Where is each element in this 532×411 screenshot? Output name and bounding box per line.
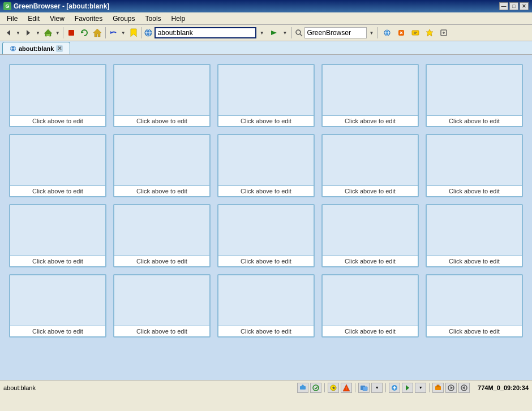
menu-file[interactable]: File bbox=[2, 14, 22, 24]
menu-favorites[interactable]: Favorites bbox=[70, 14, 107, 24]
svg-marker-45 bbox=[406, 385, 409, 391]
thumbnail-item[interactable]: Click above to edit bbox=[426, 204, 523, 267]
status-dropdown-5[interactable]: ▼ bbox=[371, 383, 383, 393]
status-bar: about:blank ★ ! ▼ ▼ bbox=[0, 380, 532, 395]
search-input[interactable] bbox=[304, 27, 367, 38]
address-dropdown[interactable]: ▼ bbox=[258, 26, 266, 40]
undo-dropdown[interactable]: ▼ bbox=[120, 26, 127, 40]
status-icon-6[interactable] bbox=[389, 383, 400, 393]
status-icon-5[interactable] bbox=[358, 383, 370, 393]
thumbnail-item[interactable]: Click above to edit bbox=[113, 134, 211, 197]
thumbnail-item[interactable]: Click above to edit bbox=[9, 204, 106, 267]
tool-btn-5[interactable] bbox=[437, 26, 450, 40]
home-button[interactable] bbox=[42, 26, 54, 40]
thumbnail-item[interactable]: Click above to edit bbox=[426, 274, 523, 338]
menu-help[interactable]: Help bbox=[167, 14, 190, 24]
close-button[interactable]: ✕ bbox=[520, 2, 529, 10]
thumbnail-label: Click above to edit bbox=[323, 326, 418, 336]
svg-marker-1 bbox=[27, 30, 30, 36]
thumbnail-item[interactable]: Click above to edit bbox=[321, 64, 419, 127]
go-dropdown[interactable]: ▼ bbox=[282, 26, 289, 40]
thumbnail-preview bbox=[10, 65, 105, 116]
thumbnail-label: Click above to edit bbox=[427, 186, 522, 196]
thumbnail-item[interactable]: Click above to edit bbox=[9, 274, 106, 338]
undo-button[interactable] bbox=[108, 26, 120, 40]
title-bar: G GreenBrowser - [about:blank] — □ ✕ bbox=[0, 0, 532, 12]
refresh-button[interactable] bbox=[78, 26, 91, 40]
status-icon-10[interactable] bbox=[458, 383, 470, 393]
forward-button-group: ▼ bbox=[22, 26, 41, 40]
svg-point-33 bbox=[313, 385, 319, 391]
thumbnail-item[interactable]: Click above to edit bbox=[217, 134, 315, 197]
tab-label: about:blank bbox=[19, 45, 54, 52]
thumbnail-item[interactable]: Click above to edit bbox=[321, 134, 419, 197]
thumbnail-item[interactable]: Click above to edit bbox=[113, 274, 211, 338]
search-dropdown[interactable]: ▼ bbox=[368, 26, 375, 40]
address-input[interactable] bbox=[155, 27, 256, 38]
thumbnail-label: Click above to edit bbox=[114, 116, 209, 126]
thumbnail-item[interactable]: Click above to edit bbox=[113, 64, 211, 127]
thumbnail-label: Click above to edit bbox=[427, 326, 522, 336]
thumbnail-preview bbox=[218, 275, 314, 326]
tab-close-button[interactable]: ✕ bbox=[56, 45, 63, 52]
thumbnail-item[interactable]: Click above to edit bbox=[217, 204, 315, 267]
stop-button[interactable] bbox=[65, 26, 78, 40]
tool-btn-2[interactable] bbox=[395, 26, 407, 40]
back-button-group: ▼ bbox=[2, 26, 22, 40]
thumbnail-grid: Click above to editClick above to editCl… bbox=[9, 64, 523, 338]
tool-btn-4[interactable] bbox=[423, 26, 436, 40]
back-button[interactable] bbox=[2, 26, 15, 40]
thumbnail-item[interactable]: Click above to edit bbox=[217, 64, 315, 127]
thumbnail-item[interactable]: Click above to edit bbox=[426, 134, 523, 197]
thumbnail-item[interactable]: Click above to edit bbox=[217, 274, 315, 338]
svg-marker-8 bbox=[131, 29, 136, 37]
thumbnail-label: Click above to edit bbox=[114, 326, 209, 336]
home-dropdown[interactable]: ▼ bbox=[54, 26, 61, 40]
thumbnail-preview bbox=[114, 205, 209, 256]
bookmark-add-button[interactable] bbox=[127, 26, 140, 40]
restore-button[interactable]: □ bbox=[509, 2, 518, 10]
status-icon-4[interactable]: ! bbox=[341, 383, 352, 393]
homepage-button[interactable] bbox=[91, 26, 104, 40]
thumbnail-preview bbox=[10, 275, 105, 326]
status-icon-7[interactable] bbox=[402, 383, 413, 393]
thumbnail-preview bbox=[114, 135, 209, 186]
menu-view[interactable]: View bbox=[45, 14, 69, 24]
status-icons: ★ ! ▼ ▼ bbox=[297, 383, 470, 393]
thumbnail-item[interactable]: Click above to edit bbox=[9, 64, 106, 127]
menu-edit[interactable]: Edit bbox=[23, 14, 44, 24]
status-dropdown-7[interactable]: ▼ bbox=[415, 383, 426, 393]
content-area: Click above to editClick above to editCl… bbox=[0, 55, 532, 380]
thumbnail-item[interactable]: Click above to edit bbox=[321, 274, 419, 338]
menu-groups[interactable]: Groups bbox=[108, 14, 139, 24]
status-icon-1[interactable] bbox=[297, 383, 308, 393]
go-button[interactable] bbox=[268, 26, 280, 40]
status-icon-3[interactable]: ★ bbox=[328, 383, 339, 393]
thumbnail-item[interactable]: Click above to edit bbox=[9, 134, 106, 197]
svg-rect-47 bbox=[437, 385, 439, 387]
status-icon-9[interactable] bbox=[445, 383, 457, 393]
tool-btn-1[interactable] bbox=[381, 26, 393, 40]
minimize-button[interactable]: — bbox=[499, 2, 508, 10]
thumbnail-item[interactable]: Click above to edit bbox=[426, 64, 523, 127]
thumbnail-label: Click above to edit bbox=[427, 116, 522, 126]
thumbnail-item[interactable]: Click above to edit bbox=[321, 204, 419, 267]
status-icon-2[interactable] bbox=[310, 383, 321, 393]
thumbnail-label: Click above to edit bbox=[323, 116, 418, 126]
sep5 bbox=[377, 27, 378, 38]
svg-line-14 bbox=[300, 34, 302, 36]
back-dropdown[interactable]: ▼ bbox=[15, 26, 22, 40]
forward-dropdown[interactable]: ▼ bbox=[35, 26, 41, 40]
svg-marker-49 bbox=[451, 386, 453, 390]
thumbnail-preview bbox=[10, 135, 105, 186]
tab-page-icon bbox=[10, 45, 16, 52]
status-icon-8[interactable] bbox=[432, 383, 444, 393]
menu-tools[interactable]: Tools bbox=[141, 14, 166, 24]
tool-btn-3[interactable] bbox=[409, 26, 422, 40]
forward-button[interactable] bbox=[22, 26, 35, 40]
tab-about-blank[interactable]: about:blank ✕ bbox=[2, 42, 70, 54]
thumbnail-item[interactable]: Click above to edit bbox=[113, 204, 211, 267]
thumbnail-preview bbox=[218, 65, 314, 116]
svg-marker-0 bbox=[7, 30, 10, 36]
svg-marker-24 bbox=[426, 29, 433, 36]
